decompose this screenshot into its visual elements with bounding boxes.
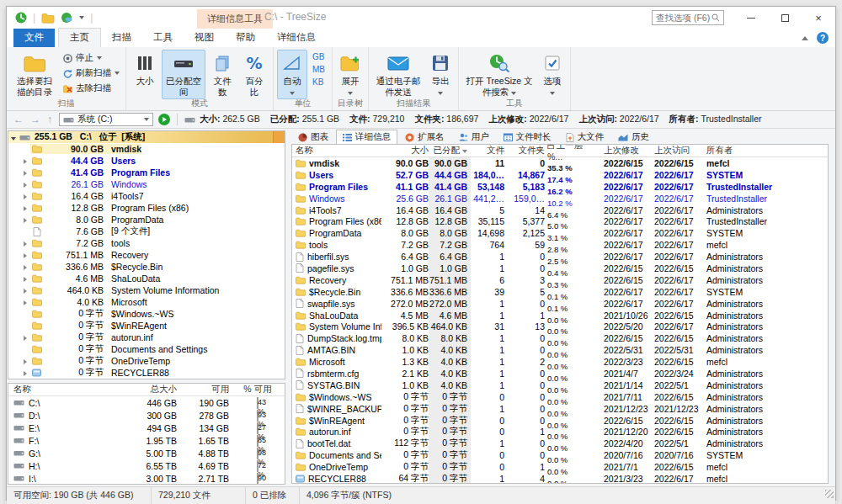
resize-grip[interactable] bbox=[825, 490, 834, 498]
expander-icon[interactable] bbox=[24, 300, 27, 305]
tab-view[interactable]: 视图 bbox=[184, 29, 225, 47]
tab-file[interactable]: 文件 bbox=[13, 29, 55, 47]
tree-item-microsoft[interactable]: 4.0 KBMicrosoft bbox=[8, 296, 285, 308]
details-tab-largefile[interactable]: 大文件 bbox=[559, 130, 611, 144]
expander-icon[interactable] bbox=[24, 289, 27, 294]
tree-root-row[interactable]: 255.1 GB C:\ 位于 [系统] bbox=[8, 131, 285, 143]
expander-icon[interactable] bbox=[24, 171, 27, 176]
expander-icon[interactable] bbox=[24, 265, 27, 270]
tree-item-users[interactable]: 44.4 GBUsers bbox=[8, 155, 285, 167]
tab-details[interactable]: 详细信息 bbox=[266, 29, 327, 47]
details-row-pagefile-sys[interactable]: pagefile.sys1.0 GB1.0 GB100.4 %2022/6/15… bbox=[292, 263, 828, 274]
drive-select[interactable]: 系统 (C:) bbox=[59, 113, 153, 126]
drive-row-h[interactable]: H:\6.55 TB4.69 TB72 % bbox=[8, 459, 285, 472]
back-icon[interactable]: ← bbox=[13, 114, 24, 125]
help-icon[interactable]: ? bbox=[817, 32, 829, 44]
search-input[interactable] bbox=[656, 13, 711, 23]
drive-row-i[interactable]: I:\3.00 TB2.71 TB90 % bbox=[8, 472, 285, 485]
drive-row-d[interactable]: D:\300 GB278 GB93 % bbox=[8, 409, 285, 422]
details-row-vmdisk[interactable]: vmdisk90.0 GB90.0 GB11035.3 %2022/6/1520… bbox=[292, 157, 828, 169]
start-scan-button[interactable] bbox=[158, 114, 170, 125]
tree-item-windows[interactable]: 26.1 GBWindows bbox=[8, 178, 285, 190]
expander-icon[interactable] bbox=[24, 159, 27, 164]
expander-icon[interactable] bbox=[24, 241, 27, 247]
tree-item-tools[interactable]: 7.2 GBtools bbox=[8, 237, 285, 249]
export-button[interactable]: 导出 bbox=[426, 50, 455, 99]
details-row-program-files-x86-[interactable]: Program Files (x86)12.8 GB12.8 GB35,1155… bbox=[292, 215, 828, 227]
details-row-boottel-dat[interactable]: bootTel.dat112 字节0 字节100.0 %2022/4/20202… bbox=[292, 438, 828, 449]
details-row--winre-backup-[interactable]: $WINRE_BACKUP_...0 字节0 字节100.0 %2021/12/… bbox=[292, 403, 828, 415]
details-row--windows-ws[interactable]: $Windows.~WS0 字节0 字节000.0 %2021/7/112022… bbox=[292, 391, 828, 403]
unit-mb-button[interactable]: MB bbox=[309, 64, 328, 75]
details-row-systag-bin[interactable]: SYSTAG.BIN1.0 KB4.0 KB100.0 %2021/1/1420… bbox=[292, 379, 828, 391]
tab-home[interactable]: 主页 bbox=[58, 28, 101, 47]
options-button[interactable]: 选项 bbox=[538, 50, 567, 99]
expander-icon[interactable] bbox=[24, 183, 27, 188]
details-row-dumpstack-log-tmp[interactable]: DumpStack.log.tmp8.0 KB8.0 KB100.0 %2022… bbox=[292, 332, 828, 344]
close-button[interactable]: × bbox=[802, 7, 835, 29]
tree-item-autorun-inf[interactable]: 0 字节autorun.inf bbox=[8, 332, 285, 343]
forward-icon[interactable]: → bbox=[30, 114, 40, 125]
tree-item-program-files-x86-[interactable]: 12.8 GBProgram Files (x86) bbox=[8, 202, 285, 214]
details-tab-users[interactable]: 用户 bbox=[452, 130, 496, 144]
drive-row-c[interactable]: C:\446 GB190 GB43 % bbox=[8, 396, 285, 409]
refresh-scan-button[interactable]: 刷新扫描 bbox=[61, 66, 122, 80]
tree-item--9-[interactable]: 7.6 GB[9 个文件] bbox=[8, 225, 285, 237]
details-tab-list[interactable]: 详细信息 bbox=[336, 130, 397, 144]
export-cloud-icon[interactable] bbox=[61, 12, 73, 24]
tree-item-programdata[interactable]: 8.0 GBProgramData bbox=[8, 214, 285, 225]
select-scan-directory-button[interactable]: 选择要扫描的目录 bbox=[10, 50, 59, 99]
tree-item-vmdisk[interactable]: 90.0 GBvmdisk bbox=[8, 143, 285, 155]
drive-row-g[interactable]: G:\5.00 TB4.88 TB98 % bbox=[8, 447, 285, 459]
details-row--recycle-bin[interactable]: $Recycle.Bin336.6 MB336.6 MB3950.1 %2022… bbox=[292, 286, 828, 298]
details-row-shaloudata[interactable]: ShaLouData4.5 MB4.6 MB110.0 %2021/10/262… bbox=[292, 310, 828, 321]
details-row-tools[interactable]: tools7.2 GB7.2 GB764592.8 %2022/6/172022… bbox=[292, 239, 828, 251]
details-table-header[interactable]: 名称大小已分配 文件文件夹占上一层 %...上次修改上次访问所有者 bbox=[292, 145, 828, 157]
unit-gb-button[interactable]: GB bbox=[309, 51, 328, 62]
details-row-autorun-inf[interactable]: autorun.inf0 字节0 字节010.0 %2021/12/202022… bbox=[292, 426, 828, 438]
details-tab-pie[interactable]: 图表 bbox=[291, 130, 335, 144]
details-row-users[interactable]: Users52.7 GB44.4 GB184,0…14,86717.4 %202… bbox=[292, 169, 828, 181]
expander-icon[interactable] bbox=[24, 206, 27, 211]
mode-size-button[interactable]: 大小 bbox=[130, 50, 160, 89]
details-tab-ext[interactable]: 扩展名 bbox=[398, 130, 451, 144]
expander-icon[interactable] bbox=[24, 194, 27, 199]
tree-item-system-volume-information[interactable]: 464.0 KBSystem Volume Information bbox=[8, 284, 285, 296]
expander-icon[interactable] bbox=[24, 218, 27, 223]
send-email-button[interactable]: 通过电子邮件发送 bbox=[372, 50, 424, 99]
details-row-amtag-bin[interactable]: AMTAG.BIN1.0 KB4.0 KB100.0 %2022/5/31202… bbox=[292, 344, 828, 356]
tree-item-recycler88[interactable]: 0 字节RECYCLER88 bbox=[8, 367, 285, 379]
expander-icon[interactable] bbox=[24, 371, 27, 376]
unit-kb-button[interactable]: KB bbox=[309, 77, 328, 88]
mode-filecount-button[interactable]: 文件数 bbox=[207, 50, 237, 99]
qat-dropdown-icon[interactable] bbox=[79, 16, 84, 19]
tree-item-documents-and-settings[interactable]: 0 字节Documents and Settings bbox=[8, 343, 285, 355]
maximize-button[interactable] bbox=[768, 7, 802, 29]
collapse-ribbon-icon[interactable] bbox=[802, 36, 808, 40]
open-folder-icon[interactable] bbox=[41, 13, 55, 24]
up-icon[interactable]: ↑ bbox=[47, 114, 52, 125]
details-row-hiberfil-sys[interactable]: hiberfil.sys6.4 GB6.4 GB102.5 %2022/6/17… bbox=[292, 251, 828, 263]
find-options-search[interactable] bbox=[652, 10, 724, 25]
mode-percent-button[interactable]: % 百分比 bbox=[239, 50, 269, 99]
expand-button[interactable]: 展开 bbox=[336, 50, 365, 99]
minimize-button[interactable] bbox=[734, 7, 768, 29]
details-row-recycler88[interactable]: RECYCLER8864 字节0 字节140.0 %2021/3/232022/… bbox=[292, 473, 828, 484]
details-row-rsbmterm-cfg[interactable]: rsbmterm.cfg2.1 KB4.0 KB100.0 %2021/4/72… bbox=[292, 368, 828, 379]
tree-item-program-files[interactable]: 41.4 GBProgram Files bbox=[8, 167, 285, 178]
remove-scan-button[interactable]: 去除扫描 bbox=[61, 82, 122, 95]
details-row--winreagent[interactable]: $WinREAgent0 字节0 字节000.0 %2022/6/152022/… bbox=[292, 415, 828, 427]
details-row-recovery[interactable]: Recovery751.1 MB751.1 MB630.3 %2022/6/15… bbox=[292, 274, 828, 286]
tab-tools[interactable]: 工具 bbox=[142, 29, 184, 47]
tree-item-i4tools7[interactable]: 16.4 GBi4Tools7 bbox=[8, 190, 285, 202]
drive-row-e[interactable]: E:\494 GB134 GB27 % bbox=[8, 422, 285, 434]
unit-auto-button[interactable]: 自动 bbox=[277, 50, 307, 99]
details-row-windows[interactable]: Windows25.6 GB26.1 GB441,2…159,0…10.2 %2… bbox=[292, 193, 828, 204]
details-row-swapfile-sys[interactable]: swapfile.sys272.0 MB272.0 MB100.1 %2022/… bbox=[292, 298, 828, 310]
details-row-documents-and-se-[interactable]: Documents and Se...0 字节0 字节000.0 %2020/7… bbox=[292, 449, 828, 461]
tree-item--recycle-bin[interactable]: 336.6 MB$Recycle.Bin bbox=[8, 261, 285, 273]
tab-help[interactable]: 帮助 bbox=[225, 29, 266, 47]
tree-item--windows-ws[interactable]: 0 字节$Windows.~WS bbox=[8, 308, 285, 320]
tree-item-onedrivetemp[interactable]: 0 字节OneDriveTemp bbox=[8, 355, 285, 367]
details-row-system-volume-inf-[interactable]: System Volume Inf...396.5 KB464.0 KB3113… bbox=[292, 321, 828, 332]
